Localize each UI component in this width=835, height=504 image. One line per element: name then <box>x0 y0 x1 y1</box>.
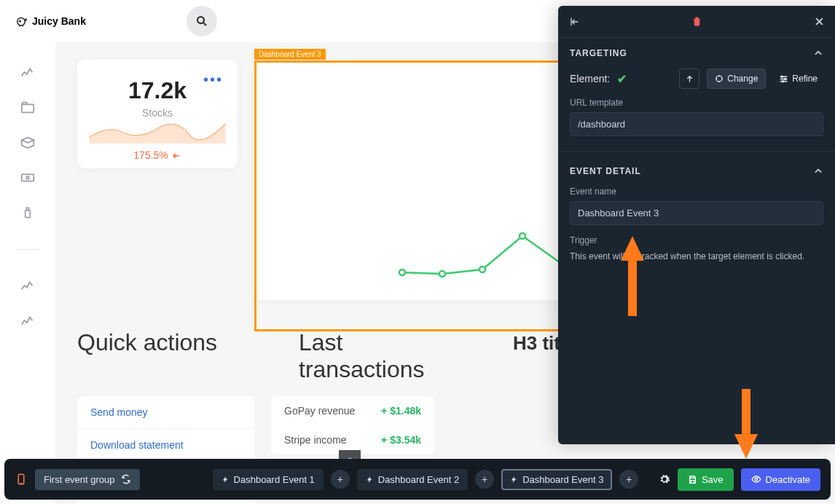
panel-collapse-button[interactable] <box>568 16 580 28</box>
refine-button[interactable]: Refine <box>773 69 823 88</box>
nav-folder-icon[interactable] <box>19 99 36 117</box>
last-transactions-heading: Last transactions <box>299 329 462 383</box>
rail-separator <box>16 249 39 250</box>
svg-point-16 <box>716 76 722 82</box>
event-tab-2[interactable]: Dashboard Event 2 <box>357 469 468 490</box>
refresh-icon <box>121 474 131 484</box>
quick-action-download[interactable]: Download statement <box>77 429 255 462</box>
stocks-card: ••• 17.2k Stocks 175.5% <box>77 60 238 168</box>
bottom-bar: First event group Dashboard Event 1 + Da… <box>4 459 831 500</box>
svg-point-9 <box>399 269 405 275</box>
svg-rect-6 <box>26 210 31 218</box>
bolt-icon <box>510 475 518 484</box>
crosshair-icon <box>715 74 724 83</box>
nav-chart2-icon[interactable] <box>19 312 36 330</box>
eye-icon <box>751 474 761 484</box>
tab-add-1[interactable]: + <box>331 470 350 489</box>
event-editor-panel: TARGETING Element: ✔ Change Refine URL t… <box>558 6 835 444</box>
search-button[interactable] <box>187 6 217 36</box>
svg-point-2 <box>197 17 204 23</box>
svg-point-12 <box>520 233 525 239</box>
url-template-input[interactable] <box>570 112 823 136</box>
event-detail-section-header[interactable]: EVENT DETAIL <box>558 156 835 186</box>
nav-box-icon[interactable] <box>19 134 36 151</box>
transactions-list: GoPay revenue+ $1.48k Stripe income+ $3.… <box>271 396 434 454</box>
stocks-label: Stocks <box>86 107 229 119</box>
chevron-up-icon <box>813 48 823 58</box>
stocks-sparkline <box>86 119 229 143</box>
bolt-icon <box>222 475 230 484</box>
targeting-section-header[interactable]: TARGETING <box>558 38 835 68</box>
brand-logo: Juicy Bank <box>15 15 86 28</box>
pig-icon <box>15 15 28 28</box>
chevron-up-icon <box>813 166 823 176</box>
bolt-icon <box>366 475 374 484</box>
panel-close-button[interactable] <box>814 16 825 27</box>
deactivate-button[interactable]: Deactivate <box>741 468 820 491</box>
tab-add-3[interactable]: + <box>619 470 638 489</box>
event-tab-1[interactable]: Dashboard Event 1 <box>213 469 324 490</box>
quick-actions-heading: Quick actions <box>77 329 255 383</box>
close-icon <box>814 16 825 27</box>
url-template-label: URL template <box>570 98 823 108</box>
checkmark-icon: ✔ <box>617 72 627 86</box>
nav-cash-icon[interactable] <box>19 169 36 186</box>
svg-point-17 <box>782 76 783 77</box>
svg-point-0 <box>17 18 26 26</box>
trash-icon <box>691 16 702 27</box>
svg-rect-7 <box>26 208 28 210</box>
nav-usb-icon[interactable] <box>19 204 36 221</box>
event-tab-3[interactable]: Dashboard Event 3 <box>501 469 612 490</box>
brand-name: Juicy Bank <box>32 15 86 27</box>
search-icon <box>195 15 208 28</box>
svg-point-10 <box>439 271 445 277</box>
svg-point-5 <box>26 176 29 179</box>
select-parent-button[interactable] <box>679 68 699 89</box>
quick-action-send[interactable]: Send money <box>77 396 255 429</box>
sliders-icon <box>779 74 788 84</box>
arrow-up-icon <box>685 74 694 84</box>
element-label: Element: <box>570 73 610 84</box>
collapse-left-icon <box>568 16 580 28</box>
save-button[interactable]: Save <box>678 468 734 491</box>
tab-add-2[interactable]: + <box>475 470 494 489</box>
change-button[interactable]: Change <box>707 68 766 89</box>
bottom-settings-button[interactable] <box>659 473 670 485</box>
svg-point-19 <box>783 80 784 82</box>
device-icon[interactable] <box>15 471 28 487</box>
trigger-hint: This event will be tracked when the targ… <box>570 250 823 263</box>
svg-rect-3 <box>22 104 34 112</box>
event-group-chip[interactable]: First event group <box>35 469 140 490</box>
nav-activity-icon[interactable] <box>19 64 36 82</box>
svg-point-18 <box>785 78 786 79</box>
gear-icon <box>659 473 670 485</box>
card-more-button[interactable]: ••• <box>203 71 223 88</box>
transaction-row[interactable]: GoPay revenue+ $1.48k <box>271 396 434 425</box>
event-name-input[interactable] <box>570 201 823 225</box>
svg-point-1 <box>20 20 21 22</box>
trigger-label: Trigger <box>570 235 823 245</box>
svg-rect-4 <box>22 174 34 181</box>
nav-chart1-icon[interactable] <box>19 277 36 295</box>
save-icon <box>688 475 697 484</box>
event-name-label: Event name <box>570 186 823 197</box>
arrow-left-icon <box>171 151 181 160</box>
left-rail <box>0 42 55 504</box>
stocks-change: 175.5% <box>86 149 229 161</box>
svg-point-21 <box>755 478 758 481</box>
svg-point-11 <box>479 267 485 272</box>
panel-delete-button[interactable] <box>691 16 702 27</box>
